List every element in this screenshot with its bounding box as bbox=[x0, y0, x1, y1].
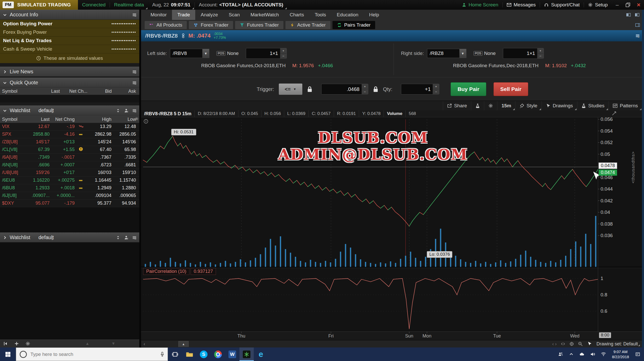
tab-tools[interactable]: Tools bbox=[309, 10, 331, 20]
watchlist-row-ub-u8[interactable]: /UB[U8]159'26+0'17160'03159'10 bbox=[0, 169, 139, 177]
file-explorer-icon[interactable] bbox=[182, 347, 197, 361]
drawings-button[interactable]: Drawings bbox=[542, 101, 577, 111]
chrome-icon[interactable] bbox=[211, 347, 225, 361]
studies-button[interactable]: Studies bbox=[577, 101, 608, 111]
column-header[interactable]: Last bbox=[28, 117, 52, 122]
quick-quote-header[interactable]: Quick Quote bbox=[0, 78, 139, 88]
share-button[interactable]: Share bbox=[443, 101, 471, 111]
account-row-cash-sweep-vehicle[interactable]: Cash & Sweep Vehicle•••••••••••••• bbox=[0, 45, 139, 53]
speaker-icon[interactable] bbox=[588, 352, 597, 357]
skype-icon[interactable]: S bbox=[197, 347, 211, 361]
account-info-header[interactable]: Account Info bbox=[0, 10, 139, 20]
step-up-button[interactable]: + bbox=[280, 48, 286, 53]
step-down-button[interactable]: – bbox=[537, 53, 544, 59]
restore-button[interactable] bbox=[623, 0, 633, 10]
pan-arrows-icon[interactable] bbox=[561, 342, 565, 346]
watchlist-name-dropdown[interactable]: default bbox=[38, 235, 54, 240]
sell-pair-button[interactable]: Sell Pair bbox=[493, 82, 528, 96]
trigger-price-input[interactable]: .0468+– bbox=[321, 84, 368, 95]
column-header[interactable]: Net Ch... bbox=[62, 89, 89, 94]
style-button[interactable]: Style bbox=[515, 101, 541, 111]
support-chat-button[interactable]: Support/Chat bbox=[540, 0, 584, 10]
sort-icon[interactable] bbox=[116, 235, 120, 240]
menu-icon[interactable] bbox=[132, 69, 137, 74]
step-down-button[interactable]: – bbox=[362, 89, 368, 94]
tab-trade[interactable]: Trade bbox=[172, 10, 195, 20]
subtab-all-products[interactable]: All Products bbox=[145, 21, 187, 29]
taskbar-search[interactable] bbox=[16, 347, 168, 361]
menu-icon[interactable] bbox=[635, 33, 640, 38]
chart-settings-button[interactable] bbox=[484, 101, 497, 111]
word-icon[interactable]: W bbox=[225, 347, 239, 361]
column-header[interactable]: Symbol bbox=[0, 117, 28, 122]
lock-icon[interactable] bbox=[307, 86, 313, 92]
scroll-left-icon[interactable]: ‹ bbox=[141, 341, 148, 347]
task-view-button[interactable] bbox=[168, 347, 182, 361]
step-down-button[interactable]: – bbox=[433, 89, 439, 94]
page-arrows[interactable]: ‹ › bbox=[552, 341, 557, 347]
watchlist2-header[interactable]: Watchlist default bbox=[0, 232, 139, 242]
scroll-up-icon[interactable]: ▲ bbox=[85, 341, 89, 346]
expand-panel-tab[interactable]: ▲ bbox=[178, 341, 189, 347]
chart-panel[interactable]: /RBV8-/RBZ8 5 D 15m D: 8/22/18 8:00 AMO:… bbox=[141, 110, 644, 340]
start-button[interactable] bbox=[0, 347, 16, 361]
gear-icon[interactable] bbox=[26, 341, 30, 346]
wifi-icon[interactable] bbox=[599, 352, 608, 357]
close-button[interactable]: × bbox=[633, 0, 644, 10]
taskbar-clock[interactable]: 9:07 AM8/22/2018 bbox=[609, 349, 632, 359]
subtab-pairs-trader[interactable]: Pairs Trader bbox=[332, 21, 375, 29]
menu-icon[interactable] bbox=[132, 235, 137, 240]
column-header[interactable]: Low bbox=[113, 117, 138, 122]
left-symbol-dropdown[interactable]: /RBV8▼ bbox=[170, 49, 209, 58]
watchlist-row-6bu8[interactable]: /6BU81.2933+.00181.29491.2880 bbox=[0, 184, 139, 192]
tab-scan[interactable]: Scan bbox=[223, 10, 245, 20]
right-symbol-dropdown[interactable]: /RBZ8▼ bbox=[427, 49, 466, 58]
watchlist-row-vix[interactable]: VIX12.67-.1913.2912.48 bbox=[0, 123, 139, 131]
drawing-set-dropdown[interactable]: Drawing set: Default bbox=[596, 341, 640, 347]
watchlist-name-dropdown[interactable]: default bbox=[38, 108, 54, 113]
link-icon[interactable] bbox=[182, 33, 185, 38]
collapse-left-icon[interactable] bbox=[3, 341, 8, 346]
step-down-button[interactable]: – bbox=[280, 53, 286, 59]
chevron-up-icon[interactable] bbox=[566, 352, 576, 357]
watchlist-row-dxy[interactable]: $DXY95.077-.17995.37794.934 bbox=[0, 200, 139, 207]
watchlist-row-cl-v8[interactable]: /CL[V8]67.39+1.5567.4065.98 bbox=[0, 146, 139, 154]
qty-input[interactable]: +1+– bbox=[401, 84, 439, 95]
study-legend[interactable]: PairCorrelation (10) 0.937127 bbox=[143, 268, 216, 275]
minimize-button[interactable]: – bbox=[612, 0, 623, 10]
subtab-forex-trader[interactable]: Forex Trader bbox=[189, 21, 233, 29]
pair-symbol[interactable]: /RBV8-/RBZ8 bbox=[145, 33, 178, 39]
watchlist-row-spx[interactable]: SPX2858.80-4.162862.982856.05 bbox=[0, 131, 139, 138]
shared-list-icon[interactable] bbox=[124, 235, 129, 240]
left-ratio-input[interactable]: 1×1+– bbox=[246, 48, 287, 59]
scroll-down-icon[interactable]: ▼ bbox=[111, 341, 116, 346]
interval-button[interactable]: 15m bbox=[497, 101, 515, 111]
watchlist-row-6eu8[interactable]: /6EU81.16220+.002751.164451.15740 bbox=[0, 177, 139, 184]
cursor-tool-icon[interactable] bbox=[587, 341, 592, 347]
people-icon[interactable] bbox=[556, 352, 565, 357]
patterns-button[interactable]: Patterns bbox=[608, 101, 642, 111]
watchlist-row-6a-u8[interactable]: /6A[U8].7349-.0017.7367.7335 bbox=[0, 154, 139, 161]
study-name[interactable]: PairCorrelation (10) bbox=[143, 268, 189, 275]
menu-icon[interactable] bbox=[132, 80, 137, 85]
live-news-header[interactable]: Live News bbox=[0, 67, 139, 77]
tab-charts[interactable]: Charts bbox=[284, 10, 309, 20]
column-header[interactable]: Symbol bbox=[0, 89, 38, 94]
account-row-option-buying-power[interactable]: Option Buying Power•••••••••••••• bbox=[0, 20, 139, 28]
account-row-forex-buying-power[interactable]: Forex Buying Power•••••••••••••• bbox=[0, 28, 139, 37]
trigger-operator-dropdown[interactable]: <=▼ bbox=[279, 84, 302, 95]
account-row-net-liq-day-trades[interactable]: Net Liq & Day Trades•••••••••••••• bbox=[0, 37, 139, 45]
subtab-active-trader[interactable]: Active Trader bbox=[285, 21, 330, 29]
quick-study-button[interactable] bbox=[471, 101, 484, 111]
layout-grid-icon[interactable] bbox=[635, 13, 639, 17]
panel-layout-icon[interactable] bbox=[635, 23, 640, 27]
tab-monitor[interactable]: Monitor bbox=[145, 10, 172, 20]
notification-center-icon[interactable] bbox=[633, 352, 642, 357]
layout-icon[interactable] bbox=[626, 13, 631, 17]
edge-icon[interactable]: e bbox=[254, 347, 268, 361]
crosshair-icon[interactable] bbox=[569, 342, 574, 346]
tab-help[interactable]: Help bbox=[364, 10, 384, 20]
step-up-button[interactable]: + bbox=[537, 48, 544, 53]
zoom-out-icon[interactable] bbox=[578, 342, 583, 346]
data-mode-dropdown[interactable]: Realtime data bbox=[110, 0, 148, 10]
